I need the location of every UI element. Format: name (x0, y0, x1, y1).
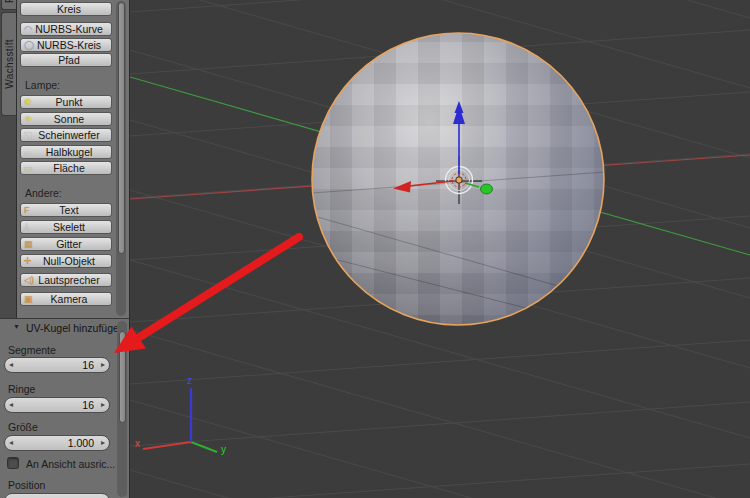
button-label: Punkt (31, 96, 107, 108)
collapse-triangle-icon[interactable]: ▼ (13, 323, 20, 330)
add-nurbs-circle-button[interactable]: ◯ NURBS-Kreis (20, 38, 112, 52)
armature-icon: ⅄ (24, 221, 30, 233)
button-label: Skelett (31, 221, 107, 233)
floor-grid (130, 0, 750, 498)
button-label: Fläche (31, 162, 107, 174)
manipulator-y-arrow[interactable] (465, 183, 479, 187)
grid-y-axis-line (130, 77, 750, 255)
operator-scrollbar-thumb[interactable] (119, 331, 126, 423)
add-empty-button[interactable]: ✛ Null-Objekt (20, 254, 112, 268)
add-armature-button[interactable]: ⅄ Skelett (20, 220, 112, 234)
mini-axis-gizmo: x y z (135, 375, 226, 455)
add-sun-lamp-button[interactable]: ☀ Sonne (20, 112, 112, 126)
add-nurbs-curve-button[interactable]: ◠ NURBS-Kurve (20, 22, 112, 36)
manipulator-x-arrowhead[interactable] (393, 181, 411, 193)
spot-lamp-icon: ◥ (24, 129, 31, 141)
segments-field[interactable]: ◂ 16 ▸ (4, 357, 110, 373)
manipulator-x-arrow[interactable] (409, 181, 453, 186)
button-label: Kamera (31, 293, 107, 305)
add-spot-lamp-button[interactable]: ◥ Scheinwerfer (20, 128, 112, 142)
axis-label-y: y (221, 444, 226, 455)
grid-through-lines (312, 172, 612, 330)
rings-label: Ringe (8, 383, 35, 395)
toolshelf-tab-strip: P Wachsstift (0, 0, 17, 318)
add-area-lamp-button[interactable]: ▭ Fläche (20, 161, 112, 175)
manipulator-y-arrowhead[interactable] (481, 184, 493, 194)
add-point-lamp-button[interactable]: ✺ Punkt (20, 95, 112, 109)
transform-manipulator[interactable] (393, 101, 493, 204)
section-label-lampe: Lampe: (25, 79, 60, 91)
button-label: NURBS-Kreis (31, 39, 107, 51)
annotation-arrow (114, 237, 299, 353)
active-object-label: (0) Kugel (259, 471, 306, 483)
button-label: Gitter (31, 238, 107, 250)
viewport-background[interactable] (130, 0, 750, 498)
add-lattice-button[interactable]: ▦ Gitter (20, 237, 112, 251)
section-label-andere: Andere: (25, 187, 62, 199)
tab-wachsstift-label: Wachsstift (4, 39, 15, 89)
add-speaker-button[interactable]: ◁) Lautsprecher (20, 273, 112, 287)
button-label: Scheinwerfer (31, 129, 107, 141)
decrement-arrow-icon[interactable]: ◂ (9, 399, 13, 411)
button-label: NURBS-Kurve (31, 23, 107, 35)
axis-label-x: x (135, 438, 140, 449)
operator-panel: ▼ UV-Kugel hinzufügen Segmente ◂ 16 ▸ Ri… (0, 318, 130, 498)
align-to-view-checkbox[interactable] (7, 457, 19, 469)
add-hemi-lamp-button[interactable]: ⌓ Halbkugel (20, 145, 112, 159)
button-label: Text (31, 204, 107, 216)
add-circle-button[interactable]: ◌ Kreis (20, 2, 112, 16)
button-label: Pfad (31, 54, 107, 66)
align-to-view-label: An Ansicht ausric... (26, 458, 115, 470)
increment-arrow-icon[interactable]: ▸ (101, 359, 105, 371)
add-camera-button[interactable]: ▣ Kamera (20, 292, 112, 306)
segments-value: 16 (82, 359, 94, 372)
position-label: Position (8, 479, 45, 491)
rings-field[interactable]: ◂ 16 ▸ (4, 397, 110, 413)
button-label: Lautsprecher (31, 274, 107, 286)
increment-arrow-icon[interactable]: ▸ (101, 399, 105, 411)
blender-window: P Wachsstift ◌ Kreis ◠ NURBS-Kurve ◯ NUR… (0, 0, 750, 498)
operator-panel-title: UV-Kugel hinzufügen (26, 322, 125, 334)
add-text-button[interactable]: F Text (20, 203, 112, 217)
button-label: Null-Objekt (31, 255, 107, 267)
grid-x-axis-line (130, 155, 750, 199)
axis-label-z: z (187, 375, 192, 386)
uv-sphere-object[interactable] (312, 33, 612, 330)
button-label: Sonne (31, 113, 107, 125)
tab-wachsstift[interactable]: Wachsstift (1, 12, 16, 116)
tab-partial[interactable]: P (1, 0, 16, 10)
position-x-field[interactable] (4, 493, 110, 498)
button-label: Kreis (31, 3, 107, 15)
add-path-button[interactable]: ↝ Pfad (20, 53, 112, 67)
decrement-arrow-icon[interactable]: ◂ (9, 437, 13, 449)
rings-value: 16 (82, 399, 94, 412)
size-field[interactable]: ◂ 1.000 ▸ (4, 435, 110, 451)
increment-arrow-icon[interactable]: ▸ (101, 437, 105, 449)
selection-outline (312, 33, 604, 325)
tab-partial-label: P (4, 0, 15, 4)
toolshelf-scrollbar-thumb[interactable] (118, 2, 125, 254)
text-icon: F (24, 204, 30, 216)
toolshelf-panel: ◌ Kreis ◠ NURBS-Kurve ◯ NURBS-Kreis ↝ Pf… (17, 0, 130, 318)
object-origin-dot (456, 177, 462, 183)
manipulator-z-arrowhead[interactable] (453, 101, 465, 124)
size-label: Größe (8, 421, 38, 433)
size-value: 1.000 (68, 437, 94, 450)
circle-icon: ◌ (24, 3, 29, 15)
button-label: Halbkugel (31, 146, 107, 158)
segments-label: Segmente (8, 344, 56, 356)
decrement-arrow-icon[interactable]: ◂ (9, 359, 13, 371)
